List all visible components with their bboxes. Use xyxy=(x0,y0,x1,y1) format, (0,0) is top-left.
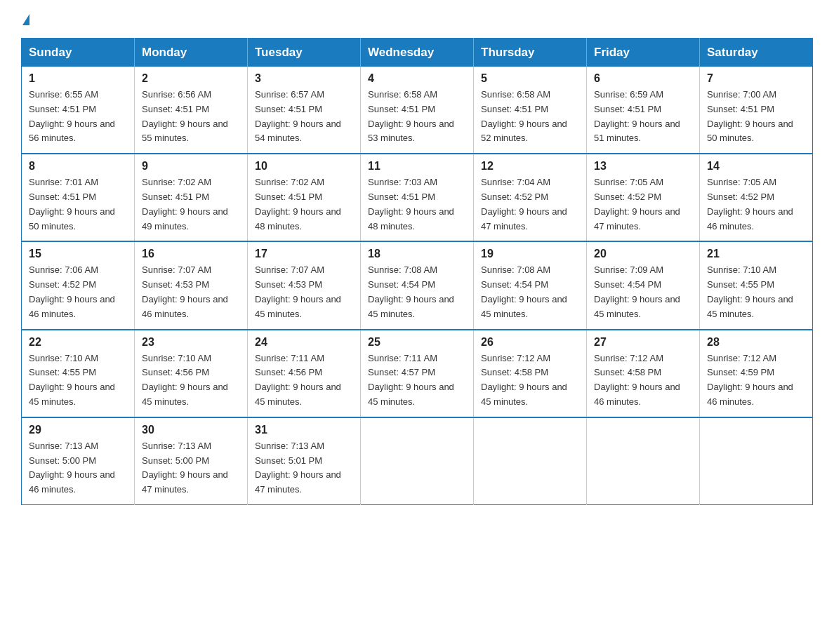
calendar-cell: 12 Sunrise: 7:04 AMSunset: 4:52 PMDaylig… xyxy=(474,154,587,241)
day-number: 13 xyxy=(594,160,692,173)
day-info: Sunrise: 6:56 AMSunset: 4:51 PMDaylight:… xyxy=(142,89,228,143)
calendar-cell: 6 Sunrise: 6:59 AMSunset: 4:51 PMDayligh… xyxy=(587,67,700,154)
day-info: Sunrise: 7:00 AMSunset: 4:51 PMDaylight:… xyxy=(707,89,793,143)
calendar-cell: 2 Sunrise: 6:56 AMSunset: 4:51 PMDayligh… xyxy=(135,67,248,154)
day-info: Sunrise: 6:58 AMSunset: 4:51 PMDaylight:… xyxy=(368,89,454,143)
day-info: Sunrise: 7:08 AMSunset: 4:54 PMDaylight:… xyxy=(368,264,454,318)
calendar-cell: 1 Sunrise: 6:55 AMSunset: 4:51 PMDayligh… xyxy=(22,67,135,154)
calendar-cell: 4 Sunrise: 6:58 AMSunset: 4:51 PMDayligh… xyxy=(361,67,474,154)
day-number: 2 xyxy=(142,72,240,85)
day-number: 10 xyxy=(255,160,353,173)
day-info: Sunrise: 7:12 AMSunset: 4:59 PMDaylight:… xyxy=(707,353,793,407)
day-number: 30 xyxy=(142,424,240,436)
day-number: 3 xyxy=(255,72,353,85)
day-number: 28 xyxy=(707,336,805,349)
day-info: Sunrise: 7:09 AMSunset: 4:54 PMDaylight:… xyxy=(594,264,680,318)
day-number: 26 xyxy=(481,336,579,349)
calendar-cell xyxy=(361,417,474,505)
day-info: Sunrise: 7:13 AMSunset: 5:01 PMDaylight:… xyxy=(255,441,341,495)
day-header-saturday: Saturday xyxy=(700,39,813,67)
calendar-cell: 9 Sunrise: 7:02 AMSunset: 4:51 PMDayligh… xyxy=(135,154,248,241)
calendar-header: SundayMondayTuesdayWednesdayThursdayFrid… xyxy=(22,39,813,67)
day-number: 24 xyxy=(255,336,353,349)
calendar-body: 1 Sunrise: 6:55 AMSunset: 4:51 PMDayligh… xyxy=(22,67,813,504)
header-row: SundayMondayTuesdayWednesdayThursdayFrid… xyxy=(22,39,813,67)
day-info: Sunrise: 7:10 AMSunset: 4:56 PMDaylight:… xyxy=(142,353,228,407)
calendar-cell: 30 Sunrise: 7:13 AMSunset: 5:00 PMDaylig… xyxy=(135,417,248,505)
day-number: 22 xyxy=(29,336,127,349)
day-number: 11 xyxy=(368,160,466,173)
calendar-cell: 10 Sunrise: 7:02 AMSunset: 4:51 PMDaylig… xyxy=(248,154,361,241)
calendar-cell xyxy=(700,417,813,505)
calendar-cell: 24 Sunrise: 7:11 AMSunset: 4:56 PMDaylig… xyxy=(248,330,361,417)
calendar-cell xyxy=(474,417,587,505)
day-info: Sunrise: 6:58 AMSunset: 4:51 PMDaylight:… xyxy=(481,89,567,143)
day-info: Sunrise: 7:08 AMSunset: 4:54 PMDaylight:… xyxy=(481,264,567,318)
day-info: Sunrise: 7:10 AMSunset: 4:55 PMDaylight:… xyxy=(707,264,793,318)
day-number: 14 xyxy=(707,160,805,173)
day-number: 12 xyxy=(481,160,579,173)
day-number: 18 xyxy=(368,248,466,260)
calendar-cell: 3 Sunrise: 6:57 AMSunset: 4:51 PMDayligh… xyxy=(248,67,361,154)
day-number: 17 xyxy=(255,248,353,260)
calendar-cell: 26 Sunrise: 7:12 AMSunset: 4:58 PMDaylig… xyxy=(474,330,587,417)
day-header-thursday: Thursday xyxy=(474,39,587,67)
calendar-cell: 16 Sunrise: 7:07 AMSunset: 4:53 PMDaylig… xyxy=(135,241,248,329)
calendar-cell: 22 Sunrise: 7:10 AMSunset: 4:55 PMDaylig… xyxy=(22,330,135,417)
day-info: Sunrise: 7:05 AMSunset: 4:52 PMDaylight:… xyxy=(594,177,680,231)
day-number: 23 xyxy=(142,336,240,349)
calendar-week-2: 8 Sunrise: 7:01 AMSunset: 4:51 PMDayligh… xyxy=(22,154,813,241)
logo-triangle-icon xyxy=(22,14,29,25)
calendar-cell: 28 Sunrise: 7:12 AMSunset: 4:59 PMDaylig… xyxy=(700,330,813,417)
logo xyxy=(21,14,29,25)
day-number: 9 xyxy=(142,160,240,173)
day-number: 5 xyxy=(481,72,579,85)
calendar-cell: 21 Sunrise: 7:10 AMSunset: 4:55 PMDaylig… xyxy=(700,241,813,329)
day-info: Sunrise: 7:10 AMSunset: 4:55 PMDaylight:… xyxy=(29,353,115,407)
day-number: 15 xyxy=(29,248,127,260)
day-number: 31 xyxy=(255,424,353,436)
calendar-week-5: 29 Sunrise: 7:13 AMSunset: 5:00 PMDaylig… xyxy=(22,417,813,505)
day-number: 8 xyxy=(29,160,127,173)
day-info: Sunrise: 7:05 AMSunset: 4:52 PMDaylight:… xyxy=(707,177,793,231)
day-info: Sunrise: 7:04 AMSunset: 4:52 PMDaylight:… xyxy=(481,177,567,231)
calendar-cell: 27 Sunrise: 7:12 AMSunset: 4:58 PMDaylig… xyxy=(587,330,700,417)
calendar-cell: 15 Sunrise: 7:06 AMSunset: 4:52 PMDaylig… xyxy=(22,241,135,329)
day-number: 6 xyxy=(594,72,692,85)
day-info: Sunrise: 7:07 AMSunset: 4:53 PMDaylight:… xyxy=(255,264,341,318)
day-info: Sunrise: 6:59 AMSunset: 4:51 PMDaylight:… xyxy=(594,89,680,143)
calendar-cell: 8 Sunrise: 7:01 AMSunset: 4:51 PMDayligh… xyxy=(22,154,135,241)
day-number: 4 xyxy=(368,72,466,85)
day-info: Sunrise: 7:03 AMSunset: 4:51 PMDaylight:… xyxy=(368,177,454,231)
day-header-friday: Friday xyxy=(587,39,700,67)
day-number: 21 xyxy=(707,248,805,260)
calendar-cell: 18 Sunrise: 7:08 AMSunset: 4:54 PMDaylig… xyxy=(361,241,474,329)
calendar-table: SundayMondayTuesdayWednesdayThursdayFrid… xyxy=(21,38,813,505)
calendar-cell xyxy=(587,417,700,505)
day-info: Sunrise: 7:12 AMSunset: 4:58 PMDaylight:… xyxy=(594,353,680,407)
day-header-tuesday: Tuesday xyxy=(248,39,361,67)
calendar-cell: 14 Sunrise: 7:05 AMSunset: 4:52 PMDaylig… xyxy=(700,154,813,241)
day-number: 25 xyxy=(368,336,466,349)
day-info: Sunrise: 7:12 AMSunset: 4:58 PMDaylight:… xyxy=(481,353,567,407)
calendar-cell: 5 Sunrise: 6:58 AMSunset: 4:51 PMDayligh… xyxy=(474,67,587,154)
day-info: Sunrise: 7:07 AMSunset: 4:53 PMDaylight:… xyxy=(142,264,228,318)
calendar-week-4: 22 Sunrise: 7:10 AMSunset: 4:55 PMDaylig… xyxy=(22,330,813,417)
calendar-cell: 17 Sunrise: 7:07 AMSunset: 4:53 PMDaylig… xyxy=(248,241,361,329)
day-info: Sunrise: 7:01 AMSunset: 4:51 PMDaylight:… xyxy=(29,177,115,231)
day-info: Sunrise: 7:02 AMSunset: 4:51 PMDaylight:… xyxy=(255,177,341,231)
day-info: Sunrise: 7:11 AMSunset: 4:57 PMDaylight:… xyxy=(368,353,454,407)
day-number: 7 xyxy=(707,72,805,85)
day-info: Sunrise: 7:13 AMSunset: 5:00 PMDaylight:… xyxy=(142,441,228,495)
calendar-cell: 20 Sunrise: 7:09 AMSunset: 4:54 PMDaylig… xyxy=(587,241,700,329)
calendar-cell: 7 Sunrise: 7:00 AMSunset: 4:51 PMDayligh… xyxy=(700,67,813,154)
day-number: 16 xyxy=(142,248,240,260)
calendar-cell: 29 Sunrise: 7:13 AMSunset: 5:00 PMDaylig… xyxy=(22,417,135,505)
calendar-week-1: 1 Sunrise: 6:55 AMSunset: 4:51 PMDayligh… xyxy=(22,67,813,154)
day-info: Sunrise: 6:55 AMSunset: 4:51 PMDaylight:… xyxy=(29,89,115,143)
calendar-cell: 23 Sunrise: 7:10 AMSunset: 4:56 PMDaylig… xyxy=(135,330,248,417)
day-number: 27 xyxy=(594,336,692,349)
day-number: 29 xyxy=(29,424,127,436)
calendar-cell: 13 Sunrise: 7:05 AMSunset: 4:52 PMDaylig… xyxy=(587,154,700,241)
calendar-week-3: 15 Sunrise: 7:06 AMSunset: 4:52 PMDaylig… xyxy=(22,241,813,329)
